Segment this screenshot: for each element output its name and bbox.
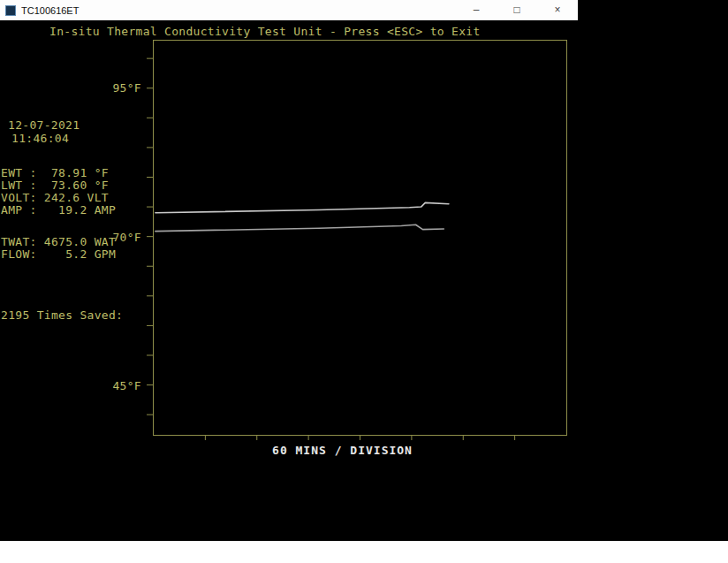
- chart-plot: [154, 41, 566, 435]
- readout-lwt: LWT : 73.60 °F: [1, 179, 109, 192]
- app-window: TC100616ET – □ × In-situ Thermal Conduct…: [0, 0, 578, 498]
- app-icon: [5, 5, 16, 16]
- strip-chart: 95°F70°F45°F 60 MINS / DIVISION: [153, 40, 567, 436]
- x-axis-caption: 60 MINS / DIVISION: [272, 444, 413, 457]
- y-axis-label: 95°F: [112, 81, 141, 95]
- readout-time: 11:46:04: [11, 132, 69, 145]
- readout-date: 12-07-2021: [8, 118, 80, 132]
- y-axis-labels: 95°F70°F45°F: [97, 41, 147, 435]
- window-title: TC100616ET: [21, 5, 456, 16]
- y-axis-label: 70°F: [112, 231, 141, 244]
- window-titlebar[interactable]: TC100616ET – □ ×: [0, 0, 578, 20]
- trace-ewt: [155, 202, 449, 212]
- maximize-button[interactable]: □: [497, 0, 537, 20]
- console-screen: In-situ Thermal Conductivity Test Unit -…: [0, 20, 578, 498]
- minimize-button[interactable]: –: [456, 0, 497, 20]
- y-axis-label: 45°F: [112, 379, 141, 392]
- readout-volt: VOLT: 242.6 VLT: [1, 191, 109, 204]
- trace-lwt: [155, 224, 444, 231]
- close-button[interactable]: ×: [537, 0, 578, 20]
- readout-ewt: EWT : 78.91 °F: [1, 166, 109, 179]
- console-title: In-situ Thermal Conductivity Test Unit -…: [49, 25, 481, 38]
